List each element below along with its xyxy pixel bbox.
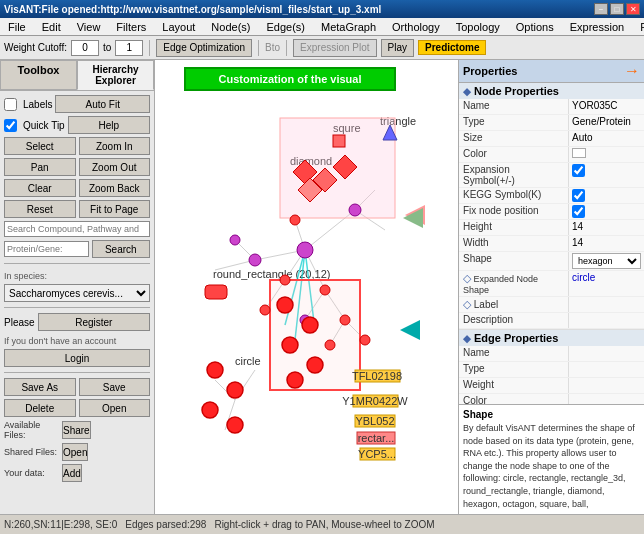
prop-type-row: Type Gene/Protein	[459, 115, 644, 131]
shape-select[interactable]: circle rectangle rectangle_ round_rect..…	[572, 253, 641, 269]
svg-text:rectar...: rectar...	[358, 432, 395, 444]
tab-hierarchy-explorer[interactable]: Hierarchy Explorer	[77, 60, 154, 90]
menu-view[interactable]: View	[73, 20, 105, 34]
svg-point-42	[280, 275, 290, 285]
svg-point-47	[360, 335, 370, 345]
menu-layout[interactable]: Layout	[158, 20, 199, 34]
prop-expanded-shape-key: ◇ Expanded Node Shape	[459, 271, 569, 296]
protein-gene-row: Search	[4, 240, 150, 258]
menu-expression[interactable]: Expression	[566, 20, 628, 34]
svg-rect-30	[333, 135, 345, 147]
svg-text:YCP5...: YCP5...	[358, 448, 396, 460]
add-button[interactable]: Add	[62, 464, 82, 482]
svg-text:Y1MR0422W: Y1MR0422W	[342, 395, 408, 407]
shared-files-label: Shared Files:	[4, 447, 59, 457]
menubar: File Edit View Filters Layout Node(s) Ed…	[0, 18, 644, 36]
search-button[interactable]: Search	[92, 240, 150, 258]
edge-section-header[interactable]: ◆ Edge Properties	[459, 330, 644, 346]
help-button[interactable]: Help	[68, 116, 150, 134]
edge-weight-val	[569, 378, 644, 393]
edge-type-val	[569, 362, 644, 377]
close-button[interactable]: ✕	[626, 3, 640, 15]
zoom-in-button[interactable]: Zoom In	[79, 137, 151, 155]
network-canvas[interactable]: Customization of the visual squre triang…	[155, 60, 458, 514]
menu-topology[interactable]: Topology	[452, 20, 504, 34]
clear-zoomback-row: Clear Zoom Back	[4, 179, 150, 197]
pan-button[interactable]: Pan	[4, 158, 76, 176]
search-compound-input[interactable]	[4, 221, 150, 237]
available-files-row: Available Files: Share	[4, 420, 150, 440]
reset-button[interactable]: Reset	[4, 200, 76, 218]
register-button[interactable]: Register	[38, 313, 150, 331]
edge-color-val	[569, 394, 644, 404]
maximize-button[interactable]: □	[610, 3, 624, 15]
save-as-save-row: Save As Save	[4, 378, 150, 396]
prop-shape-row: Shape circle rectangle rectangle_ round_…	[459, 252, 644, 271]
properties-header: Properties →	[459, 60, 644, 83]
menu-orthology[interactable]: Orthology	[388, 20, 444, 34]
save-button[interactable]: Save	[79, 378, 151, 396]
svg-text:YBL052: YBL052	[355, 415, 394, 427]
species-select[interactable]: Saccharomyces cerevis...	[4, 284, 150, 302]
node-section-header[interactable]: ◆ Node Properties	[459, 83, 644, 99]
svg-point-44	[260, 305, 270, 315]
quick-tip-checkbox[interactable]	[4, 119, 17, 132]
save-as-button[interactable]: Save As	[4, 378, 76, 396]
login-button[interactable]: Login	[4, 349, 150, 367]
auto-fit-button[interactable]: Auto Fit	[55, 95, 150, 113]
edge-diamond-icon: ◆	[463, 333, 471, 344]
svg-point-57	[227, 417, 243, 433]
menu-metagraph[interactable]: MetaGraph	[317, 20, 380, 34]
predictome-button[interactable]: Predictome	[418, 40, 486, 55]
prop-color-key: Color	[459, 147, 569, 162]
menu-plugins[interactable]: Plugins	[636, 20, 644, 34]
weight-from-input[interactable]	[71, 40, 99, 56]
menu-edges[interactable]: Edge(s)	[262, 20, 309, 34]
toolbar: Weight Cutoff: to Edge Optimization Bto …	[0, 36, 644, 60]
svg-point-50	[302, 317, 318, 333]
shared-open-button[interactable]: Open	[62, 443, 88, 461]
expression-plot-button[interactable]: Expression Plot	[293, 39, 376, 57]
prop-expanded-shape-row: ◇ Expanded Node Shape circle	[459, 271, 644, 297]
edge-name-val	[569, 346, 644, 361]
properties-arrow[interactable]: →	[624, 62, 640, 80]
zoom-back-button[interactable]: Zoom Back	[79, 179, 151, 197]
prop-expansion-key: Expansion Symbol(+/-)	[459, 163, 569, 187]
network-panel[interactable]: Network Customization of the visual squr…	[155, 60, 459, 514]
prop-name-row: Name YOR035C	[459, 99, 644, 115]
properties-scroll[interactable]: ◆ Node Properties Name YOR035C Type Gene…	[459, 83, 644, 404]
edge-optimization-button[interactable]: Edge Optimization	[156, 39, 252, 57]
menu-file[interactable]: File	[4, 20, 30, 34]
clear-button[interactable]: Clear	[4, 179, 76, 197]
menu-nodes[interactable]: Node(s)	[207, 20, 254, 34]
menu-filters[interactable]: Filters	[112, 20, 150, 34]
open-button[interactable]: Open	[79, 399, 151, 417]
share-button[interactable]: Share	[62, 421, 91, 439]
protein-gene-input[interactable]	[4, 241, 89, 257]
fit-to-page-button[interactable]: Fit to Page	[79, 200, 151, 218]
tab-toolbox[interactable]: Toolbox	[0, 60, 77, 90]
weight-to-input[interactable]	[115, 40, 143, 56]
labels-autofit-row: Labels Auto Fit	[4, 95, 150, 113]
svg-point-55	[227, 382, 243, 398]
delete-button[interactable]: Delete	[4, 399, 76, 417]
node-diamond-icon: ◆	[463, 86, 471, 97]
prop-label-row: ◇ Label	[459, 297, 644, 313]
svg-point-38	[249, 254, 261, 266]
labels-checkbox[interactable]	[4, 98, 17, 111]
minimize-button[interactable]: −	[594, 3, 608, 15]
toolbox-content: Labels Auto Fit Quick Tip Help Select Zo…	[0, 91, 154, 486]
prop-shape-val: circle rectangle rectangle_ round_rect..…	[569, 252, 644, 270]
shape-desc-text: By default VisANT determines the shape o…	[463, 422, 640, 510]
svg-point-53	[287, 372, 303, 388]
menu-edit[interactable]: Edit	[38, 20, 65, 34]
menu-options[interactable]: Options	[512, 20, 558, 34]
zoom-out-button[interactable]: Zoom Out	[79, 158, 151, 176]
prop-fixnode-val	[569, 204, 644, 219]
svg-point-54	[207, 362, 223, 378]
play-button[interactable]: Play	[381, 39, 414, 57]
prop-color-val	[569, 147, 644, 162]
prop-kegg-val	[569, 188, 644, 203]
select-button[interactable]: Select	[4, 137, 76, 155]
edge-name-row: Name	[459, 346, 644, 362]
